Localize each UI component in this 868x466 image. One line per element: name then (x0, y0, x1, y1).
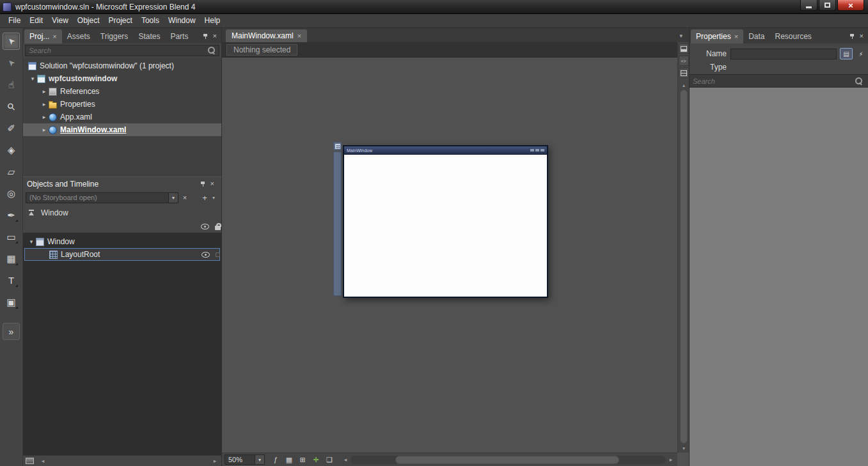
tab-mainwindow-xaml[interactable]: MainWindow.xaml × (226, 29, 307, 42)
design-surface[interactable]: MainWindow (222, 58, 677, 453)
minimize-button[interactable] (800, 0, 817, 11)
tab-states[interactable]: States × (133, 29, 165, 43)
scroll-right-icon[interactable]: ▸ (667, 456, 675, 463)
maximize-button[interactable] (819, 0, 836, 11)
close-tab-icon[interactable]: × (52, 33, 56, 40)
scroll-left-icon[interactable]: ◂ (39, 457, 47, 465)
tab-projects[interactable]: Proj... × (24, 29, 62, 43)
results-pane-icon[interactable] (26, 458, 34, 464)
zoom-dropdown-button[interactable]: ▾ (255, 454, 265, 465)
eye-icon[interactable] (201, 252, 210, 258)
assets-flyout-button[interactable]: » (3, 323, 20, 340)
direct-selection-tool[interactable]: ➤ (3, 54, 20, 72)
vertical-scroll-thumb[interactable] (680, 89, 688, 444)
new-storyboard-button[interactable]: + (200, 192, 210, 203)
layout-grid-tool[interactable]: ▦ (3, 250, 20, 267)
tab-triggers[interactable]: Triggers × (95, 29, 134, 43)
property-search-input[interactable] (690, 75, 868, 87)
split-view-button[interactable] (679, 68, 689, 78)
properties-view-button[interactable]: ▤ (840, 48, 853, 59)
eyedropper-tool[interactable]: ✐ (3, 120, 20, 137)
selection-tool[interactable]: ➤ (3, 33, 20, 50)
tree-item-app-xaml[interactable]: ▸ App.xaml (23, 111, 221, 123)
tab-resources[interactable]: Resources × (770, 29, 817, 43)
scroll-right-icon[interactable]: ▸ (211, 457, 219, 465)
expander-icon[interactable]: ▸ (40, 114, 49, 120)
camera-orbit-tool[interactable]: ◎ (3, 185, 20, 202)
menu-item[interactable]: File (4, 14, 25, 27)
pin-icon[interactable] (203, 33, 209, 40)
tab-parts[interactable]: Parts × (165, 29, 193, 43)
zoom-value[interactable]: 50% (225, 454, 255, 465)
horizontal-scroll-track[interactable] (351, 456, 666, 464)
show-grid-toggle[interactable]: ▦ (283, 454, 295, 465)
grid-row-rail[interactable] (333, 151, 342, 296)
xaml-view-button[interactable]: <> (679, 56, 689, 66)
menu-item[interactable]: Help (200, 14, 225, 27)
lock-toggle[interactable] (216, 252, 220, 257)
render-effects-toggle[interactable]: ƒ (270, 454, 281, 465)
zoom-tool[interactable]: ⚲ (3, 98, 20, 115)
horizontal-scrollbar[interactable]: ◂ ▸ (342, 456, 675, 464)
horizontal-scroll-thumb[interactable] (395, 456, 619, 464)
breadcrumb-selection[interactable]: Nothing selected (226, 44, 297, 56)
vertical-scroll-track[interactable] (680, 89, 688, 444)
menu-item[interactable]: Window (164, 14, 200, 27)
close-panel-icon[interactable]: × (213, 33, 217, 40)
expander-icon[interactable]: ▾ (27, 238, 36, 245)
eye-icon[interactable] (201, 224, 209, 229)
name-input[interactable] (730, 49, 837, 59)
storyboard-open-button[interactable]: ▾ (169, 192, 178, 203)
pen-tool[interactable]: ✒ (3, 206, 20, 224)
eraser-tool[interactable]: ▱ (3, 163, 20, 180)
tree-item-references[interactable]: ▸ References (23, 85, 221, 98)
pin-icon[interactable] (200, 181, 206, 187)
tree-item-properties[interactable]: ▸ Properties (23, 98, 221, 111)
scroll-up-icon[interactable]: ▴ (679, 81, 689, 89)
events-view-button[interactable]: ⚡ (855, 48, 867, 59)
menu-item[interactable]: Object (73, 14, 104, 27)
close-button[interactable]: × (837, 0, 864, 11)
close-panel-icon[interactable]: × (210, 180, 214, 187)
vertical-scrollbar[interactable]: ▴ ▾ (679, 81, 689, 453)
snap-to-snaplines-toggle[interactable]: ✛ (310, 454, 322, 465)
grid-handle[interactable] (333, 142, 342, 150)
close-tab-icon[interactable]: × (297, 33, 301, 40)
object-item-window[interactable]: ▾ Window (23, 235, 221, 248)
scope-up-icon[interactable] (28, 210, 35, 217)
expander-icon[interactable]: ▾ (28, 75, 37, 82)
storyboard-options-button[interactable]: ▾ (210, 192, 217, 203)
search-input[interactable] (25, 45, 219, 56)
close-storyboard-button[interactable]: × (180, 192, 189, 203)
title-bar[interactable]: wpfcustomwindow.sln - Microsoft Expressi… (0, 0, 868, 14)
tab-list-chevron-icon[interactable]: ▾ (675, 33, 686, 42)
menu-item[interactable]: Edit (25, 14, 47, 27)
object-item-layoutroot[interactable]: LayoutRoot (24, 248, 220, 261)
lock-icon[interactable] (215, 226, 221, 230)
menu-item[interactable]: View (47, 14, 73, 27)
storyboard-combo[interactable]: (No Storyboard open) (26, 192, 169, 203)
close-panel-icon[interactable]: × (860, 33, 864, 40)
pin-icon[interactable] (849, 33, 855, 40)
paint-bucket-tool[interactable]: ◈ (3, 141, 20, 159)
tab-data[interactable]: Data × (743, 29, 769, 43)
design-window[interactable]: MainWindow (343, 145, 548, 298)
tab-properties[interactable]: Properties × (691, 29, 743, 43)
menu-item[interactable]: Tools (137, 14, 164, 27)
close-tab-icon[interactable]: × (734, 33, 738, 40)
design-window-client[interactable] (344, 154, 547, 297)
menu-item[interactable]: Project (104, 14, 137, 27)
tree-item-solution[interactable]: Solution "wpfcustomwindow" (1 project) (23, 59, 221, 72)
show-annotations-toggle[interactable]: ❏ (324, 454, 335, 465)
expander-icon[interactable]: ▸ (40, 127, 49, 133)
scroll-left-icon[interactable]: ◂ (342, 456, 349, 463)
tree-item-project[interactable]: ▾ wpfcustomwindow (23, 72, 221, 85)
rectangle-tool[interactable]: ▭ (3, 228, 20, 245)
expander-icon[interactable]: ▸ (40, 101, 49, 107)
text-tool[interactable]: T (3, 272, 20, 289)
pan-tool[interactable]: ☝ (3, 76, 20, 93)
design-view-button[interactable] (679, 43, 689, 54)
artboard-canvas[interactable]: Nothing selected MainWindow (222, 42, 677, 453)
expander-icon[interactable]: ▸ (40, 88, 49, 95)
tab-assets[interactable]: Assets × (62, 29, 95, 43)
